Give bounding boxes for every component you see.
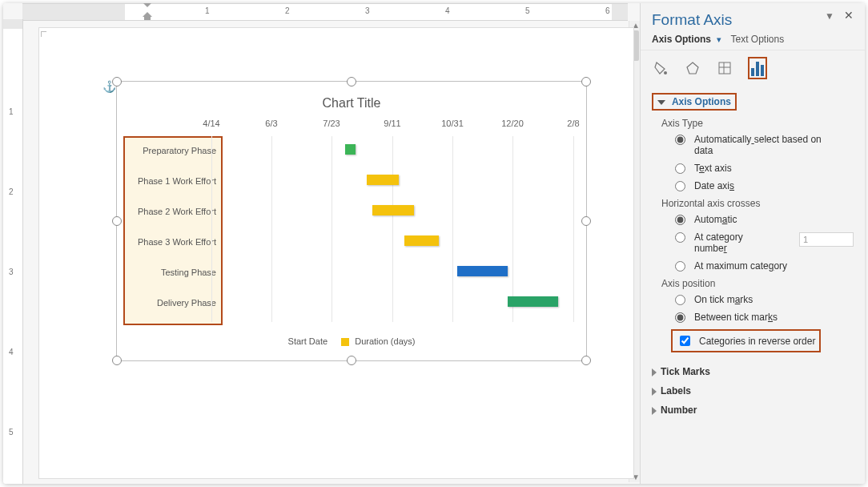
chart-object[interactable]: ⚓ Chart Title 4/14 6/3 7/23 9/11 10/31 1… (116, 81, 587, 361)
radio-label: At maximum category (694, 260, 787, 272)
hax-crosses-label: Horizontal axis crosses (652, 195, 854, 211)
checkbox-categories-reverse-order[interactable] (680, 336, 690, 346)
radio-hax-auto[interactable] (675, 215, 685, 225)
legend-entry: Start Date (288, 336, 328, 346)
axis-options-icon[interactable] (748, 57, 767, 79)
svg-rect-2 (719, 62, 730, 74)
category-label: Phase 2 Work Effort (120, 207, 216, 216)
tab-text-options[interactable]: Text Options (730, 34, 784, 45)
section-labels[interactable]: Labels (652, 381, 854, 400)
tab-axis-options[interactable]: Axis Options (652, 34, 711, 45)
indent-marker[interactable] (143, 3, 152, 20)
category-label: Testing Phase (120, 268, 216, 277)
pane-title: Format Axis (652, 11, 732, 28)
resize-handle[interactable] (581, 77, 591, 87)
axis-type-label: Axis Type (652, 115, 854, 131)
document-page[interactable]: ⚓ Chart Title 4/14 6/3 7/23 9/11 10/31 1… (38, 27, 634, 479)
category-axis-highlight: Preparatory Phase Phase 1 Work Effort Ph… (123, 136, 223, 325)
radio-label: At categorynumber (694, 231, 743, 254)
size-properties-icon[interactable] (716, 59, 733, 77)
close-icon[interactable]: ✕ (844, 9, 854, 22)
section-axis-options[interactable]: Axis Options (672, 96, 731, 107)
resize-handle[interactable] (112, 216, 122, 226)
radio-hax-at-category-number[interactable] (675, 232, 685, 243)
radio-axis-type-date[interactable] (675, 181, 685, 191)
effects-icon[interactable] (684, 59, 701, 77)
radio-label: Automatically select based ondata (694, 134, 822, 156)
chevron-down-icon[interactable]: ▾ (717, 34, 721, 44)
gantt-bar[interactable] (345, 144, 356, 155)
radio-label: Automatic (694, 214, 737, 225)
gantt-bar[interactable] (404, 235, 439, 246)
axis-position-label: Axis position (652, 275, 854, 291)
horizontal-ruler[interactable]: 1 2 3 4 5 6 (22, 3, 628, 21)
radio-on-tick-marks[interactable] (675, 295, 685, 305)
chart-legend[interactable]: Start Date Duration (days) (117, 336, 586, 346)
chart-title[interactable]: Chart Title (117, 96, 586, 111)
radio-between-tick-marks[interactable] (675, 312, 685, 323)
resize-handle[interactable] (347, 356, 356, 365)
radio-axis-type-auto[interactable] (675, 135, 685, 145)
category-label: Phase 1 Work Effort (120, 176, 216, 186)
radio-label: Between tick marks (694, 312, 778, 323)
category-label: Phase 3 Work Effort (120, 237, 216, 247)
checkbox-label: Categories in reverse order (699, 336, 815, 347)
radio-label: On tick marks (694, 294, 753, 305)
gantt-bar[interactable] (372, 205, 414, 215)
section-tick-marks[interactable]: Tick Marks (652, 362, 854, 381)
resize-handle[interactable] (581, 356, 591, 365)
plot-area[interactable] (211, 136, 573, 322)
gantt-bar[interactable] (508, 296, 558, 307)
radio-label: Date axis (694, 180, 734, 191)
category-number-input[interactable] (799, 232, 854, 247)
radio-hax-at-max[interactable] (675, 261, 685, 272)
radio-axis-type-text[interactable] (675, 163, 685, 174)
gantt-bar[interactable] (367, 175, 399, 185)
svg-point-0 (664, 71, 667, 74)
vertical-ruler[interactable]: 1 2 3 4 5 (3, 19, 23, 484)
fill-line-icon[interactable] (652, 59, 669, 77)
section-number[interactable]: Number (652, 400, 854, 420)
x-axis-labels: 4/14 6/3 7/23 9/11 10/31 12/20 2/8 (117, 119, 586, 131)
format-axis-pane: Format Axis ▼ ✕ Axis Options ▾ Text Opti… (640, 3, 865, 484)
category-label: Delivery Phase (120, 298, 216, 308)
resize-handle[interactable] (581, 216, 591, 226)
legend-swatch-icon (341, 338, 349, 346)
category-label: Preparatory Phase (120, 146, 216, 155)
radio-label: Text axis (694, 163, 732, 174)
resize-handle[interactable] (112, 356, 122, 365)
svg-marker-1 (687, 62, 698, 74)
page-corner-mark (41, 31, 46, 37)
legend-entry: Duration (days) (355, 336, 415, 346)
document-area: 1 2 3 4 5 6 1 2 3 4 5 ▲ ▼ ⚓ (3, 3, 641, 484)
gantt-bar[interactable] (457, 266, 508, 276)
pane-menu-icon[interactable]: ▼ (825, 10, 834, 22)
resize-handle[interactable] (112, 77, 122, 87)
resize-handle[interactable] (347, 77, 356, 87)
